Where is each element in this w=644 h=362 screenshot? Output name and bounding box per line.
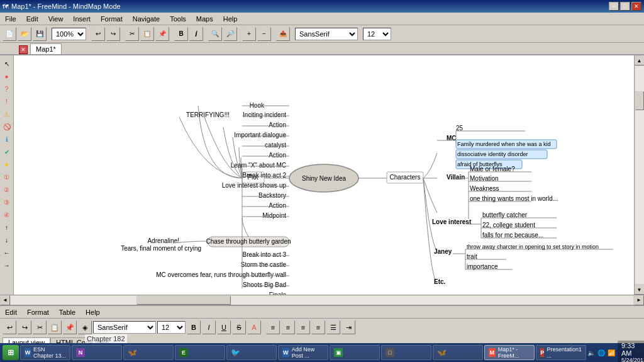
scroll-up-button[interactable]: ▲ bbox=[635, 55, 645, 65]
edit-strikethrough-button[interactable]: S bbox=[232, 320, 246, 334]
svg-text:Action: Action bbox=[269, 152, 286, 159]
menu-format[interactable]: Format bbox=[98, 14, 125, 24]
lt-star[interactable]: ★ bbox=[1, 159, 13, 170]
bold-button[interactable]: B bbox=[174, 27, 188, 41]
indent-button[interactable]: ⇥ bbox=[341, 320, 355, 334]
edit-font-select[interactable]: SansSerif bbox=[93, 321, 156, 334]
edit-fontsize-select[interactable]: 12 bbox=[157, 321, 186, 334]
paste-button[interactable]: 📌 bbox=[155, 27, 169, 41]
lt-info[interactable]: ℹ bbox=[1, 133, 13, 145]
font-select[interactable]: SansSerif bbox=[295, 28, 358, 40]
menu-help[interactable]: Help bbox=[221, 14, 240, 24]
new-button[interactable]: 📄 bbox=[3, 27, 16, 41]
cut-button[interactable]: ✂ bbox=[125, 27, 139, 41]
align-right-button[interactable]: ≡ bbox=[296, 320, 310, 334]
list-button[interactable]: ☰ bbox=[326, 320, 340, 334]
edit-redo-button[interactable]: ↪ bbox=[18, 320, 31, 334]
export-button[interactable]: 📤 bbox=[276, 27, 290, 41]
edit-copy-button[interactable]: 📋 bbox=[48, 320, 62, 334]
lt-2[interactable]: ② bbox=[1, 184, 13, 195]
lt-arrow[interactable]: ↖ bbox=[1, 58, 13, 69]
h-scroll-thumb[interactable] bbox=[136, 296, 231, 305]
copy-button[interactable]: 📋 bbox=[140, 27, 154, 41]
taskbar-item-onenote[interactable]: N bbox=[72, 345, 122, 360]
node-collapse-button[interactable]: − bbox=[257, 27, 271, 41]
taskbar-item-powerpoint[interactable]: P Presentation1 ... bbox=[536, 345, 586, 360]
lt-arrow-down[interactable]: ↓ bbox=[1, 234, 13, 246]
lt-arrow-left[interactable]: ← bbox=[1, 247, 13, 258]
taskbar-item-butterfly2[interactable]: 🦋 bbox=[433, 345, 483, 360]
edit-cut-button[interactable]: ✂ bbox=[33, 320, 47, 334]
redo-button[interactable]: ↪ bbox=[106, 27, 120, 41]
svg-text:MC overcomes fear, runs throug: MC overcomes fear, runs through butterfl… bbox=[156, 271, 286, 278]
taskbar-item-word[interactable]: W ESN Chapter 13... bbox=[20, 345, 70, 360]
bottom-scrollbar: ◄ ► bbox=[0, 295, 644, 305]
edit-paste-button[interactable]: 📌 bbox=[63, 320, 77, 334]
lt-exclaim[interactable]: ! bbox=[1, 96, 13, 107]
taskbar-item-twitter[interactable]: 🐦 bbox=[226, 345, 277, 360]
menu-navigate[interactable]: Navigate bbox=[130, 14, 162, 24]
close-tab-button[interactable]: ✕ bbox=[19, 45, 28, 54]
align-center-button[interactable]: ≡ bbox=[281, 320, 295, 334]
edit-menu-table[interactable]: Table bbox=[57, 307, 78, 317]
lt-arrow-up[interactable]: ↑ bbox=[1, 222, 13, 233]
svg-text:Action: Action bbox=[269, 202, 286, 209]
edit-underline-button[interactable]: U bbox=[217, 320, 231, 334]
map-tab[interactable]: Map1* bbox=[30, 43, 62, 54]
start-button[interactable]: ⊞ bbox=[3, 345, 19, 360]
close-button[interactable]: ✕ bbox=[631, 2, 641, 11]
lt-question[interactable]: ? bbox=[1, 83, 13, 94]
scroll-left-button[interactable]: ◄ bbox=[0, 295, 10, 305]
align-justify-button[interactable]: ≡ bbox=[311, 320, 325, 334]
undo-button[interactable]: ↩ bbox=[91, 27, 105, 41]
save-button[interactable]: 💾 bbox=[33, 27, 47, 41]
taskbar-item-addpost[interactable]: W Add New Post ... bbox=[278, 345, 328, 360]
scroll-track[interactable] bbox=[635, 66, 644, 284]
taskbar-item-excel[interactable]: E bbox=[175, 345, 225, 360]
edit-menu-help[interactable]: Help bbox=[83, 307, 103, 317]
lt-arrow-right[interactable]: → bbox=[1, 259, 13, 271]
lt-1[interactable]: ① bbox=[1, 171, 13, 183]
menu-view[interactable]: View bbox=[46, 14, 66, 24]
scroll-down-button[interactable]: ▼ bbox=[635, 285, 645, 295]
edit-bold-button[interactable]: B bbox=[187, 320, 201, 334]
open-button[interactable]: 📂 bbox=[18, 27, 31, 41]
taskbar-item-butterfly[interactable]: 🦋 bbox=[123, 345, 174, 360]
lt-stop[interactable]: 🚫 bbox=[1, 121, 13, 132]
taskbar-item-green[interactable]: ▣ bbox=[330, 345, 380, 360]
svg-text:dissociative identity disorder: dissociative identity disorder bbox=[457, 151, 528, 157]
zoom-select[interactable]: 100% bbox=[52, 28, 86, 40]
edit-menu-edit[interactable]: Edit bbox=[3, 307, 19, 317]
taskbar-item-freemind[interactable]: M Map1* - FreeM... bbox=[484, 345, 535, 360]
svg-text:Tears, final moment of crying: Tears, final moment of crying bbox=[121, 245, 201, 252]
edit-italic-button[interactable]: I bbox=[202, 320, 216, 334]
menu-insert[interactable]: Insert bbox=[70, 14, 93, 24]
zoom-in-button[interactable]: 🔍 bbox=[208, 27, 222, 41]
lt-3[interactable]: ③ bbox=[1, 196, 13, 208]
menu-edit[interactable]: Edit bbox=[24, 14, 41, 24]
node-expand-button[interactable]: + bbox=[242, 27, 256, 41]
menu-tools[interactable]: Tools bbox=[167, 14, 189, 24]
scroll-right-button[interactable]: ► bbox=[634, 295, 644, 305]
taskbar-right: 🔈 🌐 📶 9:33 AM 5/24/2013 bbox=[587, 341, 644, 362]
lt-check[interactable]: ✔ bbox=[1, 146, 13, 157]
taskbar-item-gray[interactable]: □ bbox=[381, 345, 431, 360]
lt-circle[interactable]: ● bbox=[1, 71, 13, 82]
edit-undo-button[interactable]: ↩ bbox=[3, 320, 16, 334]
minimize-button[interactable]: − bbox=[609, 2, 619, 11]
h-scroll-track[interactable] bbox=[11, 296, 633, 305]
menu-maps[interactable]: Maps bbox=[194, 14, 216, 24]
zoom-out-button[interactable]: 🔎 bbox=[223, 27, 237, 41]
edit-menu-format[interactable]: Format bbox=[25, 307, 52, 317]
scroll-thumb[interactable] bbox=[635, 91, 644, 110]
mindmap-canvas[interactable]: Shiny New Idea Plot Hook TERRIFYING!!! I… bbox=[14, 55, 634, 295]
maximize-button[interactable]: □ bbox=[620, 2, 630, 11]
lt-4[interactable]: ④ bbox=[1, 209, 13, 220]
edit-special-button[interactable]: ◈ bbox=[78, 320, 92, 334]
align-left-button[interactable]: ≡ bbox=[266, 320, 280, 334]
lt-warning[interactable]: ⚠ bbox=[1, 108, 13, 120]
menu-file[interactable]: File bbox=[3, 14, 19, 24]
font-size-select[interactable]: 12 bbox=[363, 28, 391, 40]
italic-button[interactable]: i bbox=[189, 27, 203, 41]
edit-color-button[interactable]: A bbox=[247, 320, 261, 334]
